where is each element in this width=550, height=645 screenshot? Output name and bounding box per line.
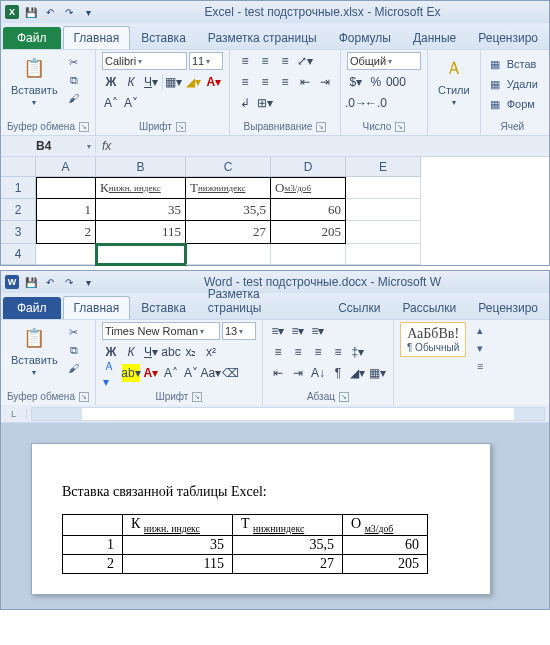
tab-file[interactable]: Файл (3, 297, 61, 319)
underline-button[interactable]: Ч▾ (142, 343, 160, 361)
styles-more-icon[interactable]: ≡ (472, 358, 488, 374)
cell-B1[interactable]: К нижн. индекс (96, 177, 186, 199)
tab-review[interactable]: Рецензиро (467, 296, 549, 319)
horizontal-ruler[interactable] (31, 407, 545, 421)
style-normal[interactable]: АаБбВв! ¶ Обычный (400, 322, 466, 357)
undo-icon[interactable]: ↶ (42, 4, 58, 20)
cell-A2[interactable]: 1 (36, 199, 96, 221)
increase-decimal-icon[interactable]: .0→ (347, 94, 365, 112)
worksheet-grid[interactable]: A B C D E 1 К нижн. индекс Т нижниндекс … (1, 157, 549, 265)
cell-C3[interactable]: 27 (186, 221, 271, 244)
cell-C2[interactable]: 35,5 (186, 199, 271, 221)
tab-file[interactable]: Файл (3, 27, 61, 49)
paste-button[interactable]: 📋 Вставить ▾ (7, 52, 62, 109)
format-painter-icon[interactable]: 🖌 (66, 90, 82, 106)
copy-icon[interactable]: ⧉ (66, 342, 82, 358)
tab-page-layout[interactable]: Разметка страницы (197, 282, 327, 319)
align-right-icon[interactable]: ≡ (309, 343, 327, 361)
name-box[interactable]: B4 ▾ (1, 139, 96, 153)
ruler-corner-icon[interactable]: L (1, 409, 27, 419)
font-name-combo[interactable]: Times New Roman▾ (102, 322, 220, 340)
cell-B3[interactable]: 115 (96, 221, 186, 244)
orientation-icon[interactable]: ⤢▾ (296, 52, 314, 70)
table-header-cell[interactable]: К нижн. индекс (123, 515, 233, 536)
comma-icon[interactable]: 000 (387, 73, 405, 91)
decrease-indent-icon[interactable]: ⇤ (296, 73, 314, 91)
subscript-button[interactable]: x₂ (182, 343, 200, 361)
table-cell[interactable]: 60 (343, 535, 428, 554)
tab-review[interactable]: Рецензиро (467, 26, 549, 49)
dialog-launcher-icon[interactable]: ↘ (192, 392, 202, 402)
table-cell[interactable]: 2 (63, 554, 123, 573)
tab-data[interactable]: Данные (402, 26, 467, 49)
dialog-launcher-icon[interactable]: ↘ (79, 122, 89, 132)
wrap-text-icon[interactable]: ↲ (236, 94, 254, 112)
increase-font-icon[interactable]: A˄ (162, 364, 180, 382)
row-header-1[interactable]: 1 (1, 177, 36, 199)
currency-icon[interactable]: $▾ (347, 73, 365, 91)
cell-A4[interactable] (36, 244, 96, 265)
underline-button[interactable]: Ч▾ (142, 73, 160, 91)
font-color-button[interactable]: A▾ (142, 364, 160, 382)
percent-icon[interactable]: % (367, 73, 385, 91)
line-spacing-icon[interactable]: ‡▾ (349, 343, 367, 361)
table-cell[interactable]: 115 (123, 554, 233, 573)
cell-B4[interactable] (96, 244, 186, 265)
cell-D3[interactable]: 205 (271, 221, 346, 244)
align-right-icon[interactable]: ≡ (276, 73, 294, 91)
tab-home[interactable]: Главная (63, 296, 131, 319)
tab-references[interactable]: Ссылки (327, 296, 391, 319)
cell-A3[interactable]: 2 (36, 221, 96, 244)
row-header-3[interactable]: 3 (1, 221, 36, 244)
col-header-A[interactable]: A (36, 157, 96, 177)
clear-format-icon[interactable]: ⌫ (222, 364, 240, 382)
tab-insert[interactable]: Вставка (130, 26, 197, 49)
redo-icon[interactable]: ↷ (61, 274, 77, 290)
decrease-decimal-icon[interactable]: ←.0 (367, 94, 385, 112)
align-left-icon[interactable]: ≡ (269, 343, 287, 361)
strike-button[interactable]: abc (162, 343, 180, 361)
table-cell[interactable]: 35,5 (233, 535, 343, 554)
styles-button[interactable]: Ａ Стили ▾ (434, 52, 474, 109)
table-cell[interactable]: 1 (63, 535, 123, 554)
number-format-combo[interactable]: Общий▾ (347, 52, 421, 70)
dialog-launcher-icon[interactable]: ↘ (395, 122, 405, 132)
text-effects-icon[interactable]: Ａ▾ (102, 364, 120, 382)
cell-B2[interactable]: 35 (96, 199, 186, 221)
decrease-font-icon[interactable]: A˅ (122, 94, 140, 112)
italic-button[interactable]: К (122, 73, 140, 91)
qat-dropdown-icon[interactable]: ▾ (80, 274, 96, 290)
document-page[interactable]: Вставка связанной таблицы Excel: К нижн.… (31, 443, 491, 595)
qat-dropdown-icon[interactable]: ▾ (80, 4, 96, 20)
merge-center-icon[interactable]: ⊞▾ (256, 94, 274, 112)
table-header-cell[interactable]: Т нижниндекс (233, 515, 343, 536)
col-header-C[interactable]: C (186, 157, 271, 177)
increase-indent-icon[interactable]: ⇥ (289, 364, 307, 382)
chevron-up-icon[interactable]: ▴ (472, 322, 488, 338)
tab-home[interactable]: Главная (63, 26, 131, 49)
tab-insert[interactable]: Вставка (130, 296, 197, 319)
decrease-indent-icon[interactable]: ⇤ (269, 364, 287, 382)
format-painter-icon[interactable]: 🖌 (66, 360, 82, 376)
superscript-button[interactable]: x² (202, 343, 220, 361)
change-case-icon[interactable]: Aa▾ (202, 364, 220, 382)
dialog-launcher-icon[interactable]: ↘ (79, 392, 89, 402)
embedded-excel-table[interactable]: К нижн. индекс Т нижниндекс О м3/доб 1 3… (62, 514, 428, 574)
table-cell[interactable]: 27 (233, 554, 343, 573)
italic-button[interactable]: К (122, 343, 140, 361)
fill-color-button[interactable]: ◢▾ (185, 73, 203, 91)
doc-paragraph[interactable]: Вставка связанной таблицы Excel: (62, 484, 460, 500)
increase-font-icon[interactable]: A˄ (102, 94, 120, 112)
row-header-4[interactable]: 4 (1, 244, 36, 265)
row-header-2[interactable]: 2 (1, 199, 36, 221)
align-center-icon[interactable]: ≡ (256, 73, 274, 91)
justify-icon[interactable]: ≡ (329, 343, 347, 361)
decrease-font-icon[interactable]: A˅ (182, 364, 200, 382)
fx-icon[interactable]: fx (102, 139, 111, 153)
dialog-launcher-icon[interactable]: ↘ (316, 122, 326, 132)
cut-icon[interactable]: ✂ (66, 54, 82, 70)
redo-icon[interactable]: ↷ (61, 4, 77, 20)
cell-C4[interactable] (186, 244, 271, 265)
cell-C1[interactable]: Т нижниндекс (186, 177, 271, 199)
show-marks-icon[interactable]: ¶ (329, 364, 347, 382)
